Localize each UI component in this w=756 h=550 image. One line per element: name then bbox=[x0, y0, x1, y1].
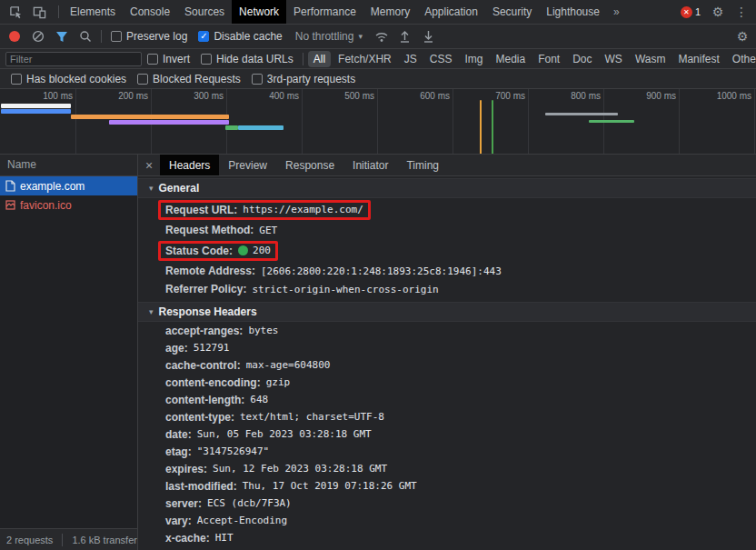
extra-filters-bar: Has blocked cookies Blocked Requests 3rd… bbox=[0, 69, 756, 89]
request-list-panel: Name example.com favicon.ico 2 requests bbox=[0, 155, 138, 550]
timeline-tick-label: 900 ms bbox=[623, 91, 676, 101]
broken-image-icon bbox=[5, 200, 15, 210]
more-tabs-button[interactable]: » bbox=[607, 0, 626, 24]
requests-count: 2 requests bbox=[6, 535, 53, 545]
response-header-line: accept-ranges: bytes bbox=[138, 322, 756, 339]
header-value: 512791 bbox=[194, 342, 230, 354]
clear-button[interactable] bbox=[26, 25, 50, 47]
network-settings-gear-icon[interactable]: ⚙ bbox=[731, 25, 753, 48]
header-value: 200 bbox=[253, 245, 271, 256]
panel-tabs: Elements Console Sources Network Perform… bbox=[63, 0, 626, 24]
export-har-icon[interactable] bbox=[417, 25, 441, 47]
tab-console[interactable]: Console bbox=[123, 0, 177, 24]
blocked-requests-checkbox[interactable]: Blocked Requests bbox=[137, 73, 241, 85]
invert-checkbox[interactable]: Invert bbox=[147, 53, 190, 65]
header-key: Request URL: bbox=[165, 204, 237, 216]
request-row-example-com[interactable]: example.com bbox=[0, 176, 137, 195]
tab-elements[interactable]: Elements bbox=[63, 0, 123, 24]
network-summary-bar: 2 requests 1.6 kB transferred bbox=[0, 528, 137, 550]
header-key: vary: bbox=[165, 515, 192, 527]
overview-bar bbox=[1, 109, 71, 114]
third-party-requests-checkbox[interactable]: 3rd-party requests bbox=[252, 73, 355, 85]
timeline-tick-label: 1000 ms bbox=[699, 91, 751, 101]
network-main: Name example.com favicon.ico 2 requests bbox=[0, 155, 756, 550]
header-value: max-age=604800 bbox=[246, 359, 331, 371]
invert-label: Invert bbox=[163, 53, 190, 65]
filter-type-ws[interactable]: WS bbox=[600, 51, 628, 67]
disclosure-triangle-icon: ▾ bbox=[149, 307, 154, 316]
header-value: [2606:2800:220:1:248:1893:25c8:1946]:443 bbox=[261, 265, 502, 277]
headers-body: ▾ General Request URL: https://example.c… bbox=[138, 176, 756, 550]
tab-initiator[interactable]: Initiator bbox=[343, 155, 397, 175]
filter-type-all[interactable]: All bbox=[308, 51, 331, 67]
timeline-tick-label: 400 ms bbox=[246, 91, 299, 101]
filter-type-media[interactable]: Media bbox=[490, 51, 531, 67]
header-key: accept-ranges: bbox=[165, 325, 243, 337]
overview-bar bbox=[492, 100, 493, 155]
request-row-favicon-ico[interactable]: favicon.ico bbox=[0, 195, 137, 215]
tab-response[interactable]: Response bbox=[276, 155, 343, 175]
filter-funnel-icon[interactable] bbox=[50, 25, 74, 47]
has-blocked-cookies-checkbox[interactable]: Has blocked cookies bbox=[11, 73, 126, 85]
tab-application[interactable]: Application bbox=[417, 0, 485, 24]
network-conditions-icon[interactable] bbox=[370, 25, 393, 47]
import-har-icon[interactable] bbox=[393, 25, 417, 47]
tab-memory[interactable]: Memory bbox=[363, 0, 417, 24]
filter-type-doc[interactable]: Doc bbox=[567, 51, 597, 67]
tab-sources[interactable]: Sources bbox=[177, 0, 232, 24]
tab-performance[interactable]: Performance bbox=[286, 0, 363, 24]
header-value: bytes bbox=[248, 325, 278, 336]
device-toolbar-icon[interactable] bbox=[27, 0, 51, 24]
filter-type-img[interactable]: Img bbox=[459, 51, 488, 67]
record-button[interactable] bbox=[3, 25, 26, 47]
timeline-gridline: 700 ms bbox=[528, 89, 529, 154]
divider bbox=[58, 5, 59, 18]
name-column-header[interactable]: Name bbox=[0, 155, 137, 176]
filter-type-font[interactable]: Font bbox=[532, 51, 565, 67]
request-name: example.com bbox=[20, 180, 85, 193]
tabbar-right-controls: ✕ 1 ⚙ ⋮ bbox=[676, 0, 756, 24]
header-key: content-type: bbox=[165, 411, 234, 424]
response-header-line: cache-control: max-age=604800 bbox=[138, 356, 756, 374]
checkbox-unchecked-icon bbox=[11, 74, 22, 85]
filter-type-manifest[interactable]: Manifest bbox=[672, 51, 724, 67]
throttling-select[interactable]: No throttling ▾ bbox=[295, 30, 363, 43]
hide-data-urls-checkbox[interactable]: Hide data URLs bbox=[201, 53, 293, 65]
inspect-element-icon[interactable] bbox=[4, 0, 27, 24]
kebab-menu-icon[interactable]: ⋮ bbox=[731, 0, 752, 24]
response-headers-section-header[interactable]: ▾ Response Headers bbox=[138, 302, 756, 322]
response-header-line: content-encoding: gzip bbox=[138, 374, 756, 391]
search-icon[interactable] bbox=[74, 25, 97, 47]
resource-type-filters: All Fetch/XHR JS CSS Img Media Font Doc … bbox=[307, 51, 756, 67]
preserve-log-checkbox[interactable]: Preserve log bbox=[111, 30, 187, 43]
tab-preview[interactable]: Preview bbox=[219, 155, 276, 175]
header-value: "3147526947" bbox=[197, 445, 269, 457]
tab-security[interactable]: Security bbox=[485, 0, 539, 24]
network-overview-timeline[interactable]: 100 ms200 ms300 ms400 ms500 ms600 ms700 … bbox=[0, 89, 756, 155]
tab-timing[interactable]: Timing bbox=[397, 155, 448, 175]
close-icon[interactable]: × bbox=[138, 155, 160, 175]
filter-type-js[interactable]: JS bbox=[399, 51, 423, 67]
error-icon: ✕ bbox=[681, 6, 692, 18]
timeline-tick-label: 800 ms bbox=[548, 91, 601, 101]
filter-type-wasm[interactable]: Wasm bbox=[630, 51, 671, 67]
tab-headers[interactable]: Headers bbox=[160, 155, 219, 175]
header-key: Status Code: bbox=[165, 245, 233, 257]
tab-lighthouse[interactable]: Lighthouse bbox=[539, 0, 607, 24]
response-header-line: vary: Accept-Encoding bbox=[138, 512, 756, 529]
filter-bar: Invert Hide data URLs All Fetch/XHR JS C… bbox=[0, 49, 756, 69]
filter-input[interactable] bbox=[5, 52, 142, 66]
hide-data-urls-label: Hide data URLs bbox=[216, 53, 293, 65]
response-header-line: date: Sun, 05 Feb 2023 03:28:18 GMT bbox=[138, 425, 756, 443]
settings-gear-icon[interactable]: ⚙ bbox=[707, 0, 729, 24]
filter-type-other[interactable]: Other bbox=[727, 51, 756, 67]
timeline-tick-label: 300 ms bbox=[171, 91, 224, 101]
disable-cache-label: Disable cache bbox=[214, 30, 282, 43]
disable-cache-checkbox[interactable]: Disable cache bbox=[198, 30, 282, 43]
filter-type-fetch-xhr[interactable]: Fetch/XHR bbox=[333, 51, 397, 67]
error-count-badge[interactable]: ✕ 1 bbox=[676, 6, 705, 18]
record-icon bbox=[9, 31, 20, 42]
filter-type-css[interactable]: CSS bbox=[424, 51, 458, 67]
tab-network[interactable]: Network bbox=[232, 0, 286, 24]
general-section-header[interactable]: ▾ General bbox=[138, 178, 756, 198]
